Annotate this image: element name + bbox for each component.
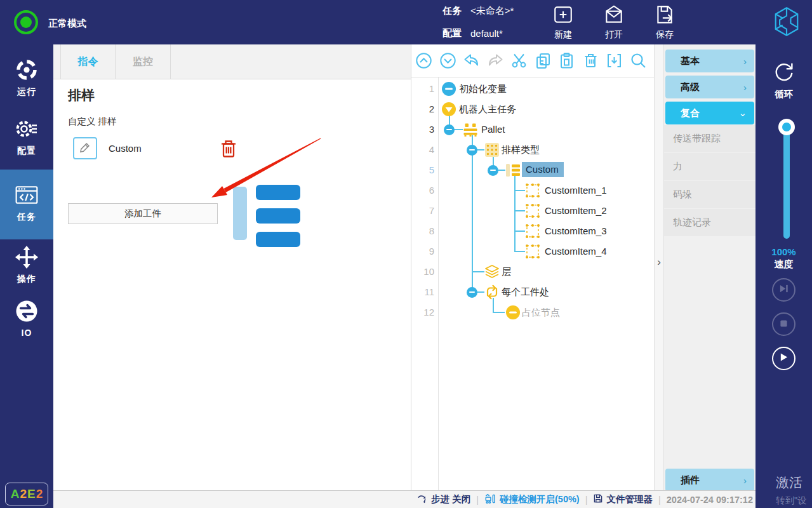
collision-detection-status[interactable]: 碰撞检测开启(50%) — [484, 493, 580, 506]
tree-row-number: 6 — [411, 185, 434, 196]
sidebar-item-label: 任务 — [17, 211, 36, 223]
pallet-pattern-graphic — [233, 185, 355, 288]
sidebar-item-label: 配置 — [17, 145, 36, 157]
tree-node-6[interactable]: CustomItem_1 — [545, 185, 607, 196]
pattern-type-icon — [484, 142, 500, 158]
watermark-line1: 激活 — [776, 474, 812, 491]
move-up-icon[interactable] — [415, 52, 432, 69]
insert-icon[interactable] — [606, 52, 623, 69]
topbar-action-新建[interactable]: 新建 — [552, 4, 574, 41]
page-subtitle: 自定义 排样 — [68, 116, 117, 128]
category-label: 高级 — [681, 81, 700, 93]
file-manager-button[interactable]: 文件管理器 — [593, 493, 653, 505]
tree-connector — [514, 210, 525, 211]
save-icon — [654, 4, 676, 28]
separator: | — [585, 495, 588, 505]
copy-icon[interactable] — [535, 52, 552, 69]
collapse-toggle[interactable] — [467, 287, 477, 298]
status-bar: 步进 关闭 | 碰撞检测开启(50%) | 文件管理器 | 2024-07-2 — [53, 490, 755, 508]
speed-percent: 100% — [755, 246, 812, 257]
tree-node-10[interactable]: 层 — [502, 266, 511, 278]
badge-char: 2 — [20, 487, 27, 501]
delete-pattern-button[interactable] — [219, 138, 238, 160]
speed-slider-handle[interactable] — [778, 119, 795, 135]
topbar-action-保存[interactable]: 保存 — [654, 4, 676, 41]
main-task-icon — [441, 101, 457, 117]
tree-node-3[interactable]: Pallet — [481, 124, 505, 135]
add-workpiece-button[interactable]: 添加工件 — [68, 203, 218, 224]
custom-item-icon — [524, 223, 541, 239]
robot-badge[interactable]: A2E2 — [5, 483, 48, 505]
run-icon — [14, 57, 39, 83]
badge-char: 2 — [36, 487, 43, 501]
tree-node-8[interactable]: CustomItem_3 — [545, 225, 607, 236]
rename-pattern-button[interactable] — [73, 137, 97, 159]
sidebar-item-task[interactable]: 任务 — [0, 170, 53, 239]
topbar-action-打开[interactable]: 打开 — [603, 4, 625, 41]
custom-item-icon — [524, 203, 541, 219]
tree-node-9[interactable]: CustomItem_4 — [545, 246, 607, 257]
custom-item-icon — [524, 243, 541, 260]
topbar-action-label: 新建 — [554, 29, 572, 41]
tree-row-number: 11 — [411, 286, 434, 297]
io-icon — [14, 298, 39, 324]
tree-row-number: 3 — [411, 124, 434, 135]
tree-node-11[interactable]: 每个工件处 — [502, 286, 549, 298]
collision-icon — [484, 493, 496, 506]
tab-instruction[interactable]: 指令 — [60, 44, 116, 79]
collapse-toggle[interactable] — [467, 145, 477, 156]
category-advanced[interactable]: 高级› — [665, 76, 754, 98]
separator: | — [658, 495, 661, 505]
cut-icon[interactable] — [510, 52, 528, 69]
tree-row-number: 1 — [411, 83, 434, 94]
tree-node-1[interactable]: 初始化变量 — [459, 83, 507, 95]
tree-row-number: 5 — [411, 164, 434, 175]
move-down-icon[interactable] — [439, 52, 456, 69]
sidebar-item-config[interactable]: 配置 — [0, 116, 53, 157]
cycle-icon — [772, 60, 796, 86]
move-icon — [14, 244, 39, 270]
task-config-info: 任务 <未命名>* 配置 default* — [443, 0, 514, 44]
gutter-divider — [438, 77, 439, 490]
command-item-3[interactable]: 码垛 — [664, 181, 755, 208]
chevron-right-icon: › — [743, 82, 747, 93]
sidebar-item-run[interactable]: 运行 — [0, 57, 53, 98]
expand-panel-button[interactable]: › — [654, 254, 664, 271]
loop-mode[interactable]: 循环 — [755, 60, 812, 100]
collapse-toggle[interactable] — [444, 124, 455, 135]
step-mode-status[interactable]: 步进 关闭 — [417, 493, 470, 506]
play-button[interactable] — [772, 347, 795, 370]
tree-row-number: 8 — [411, 225, 434, 236]
command-item-1[interactable]: 传送带跟踪 — [664, 125, 755, 152]
undo-icon[interactable] — [463, 52, 480, 69]
stop-icon — [780, 319, 788, 330]
search-icon[interactable] — [630, 52, 647, 69]
category-composite[interactable]: 复合⌄ — [665, 102, 754, 124]
step-forward-button[interactable] — [772, 278, 795, 302]
delete-icon[interactable] — [582, 52, 599, 69]
command-item-2[interactable]: 力 — [664, 153, 755, 180]
category-label: 插件 — [681, 474, 700, 486]
tree-node-7[interactable]: CustomItem_2 — [545, 205, 607, 216]
tree-row-number: 4 — [411, 144, 434, 155]
category-basic[interactable]: 基本› — [665, 50, 754, 72]
speed-slider-track[interactable] — [783, 123, 790, 239]
tree-node-4[interactable]: 排样类型 — [502, 144, 540, 156]
paste-icon[interactable] — [558, 52, 575, 69]
sidebar-item-operate[interactable]: 操作 — [0, 244, 53, 285]
tree-node-2[interactable]: 机器人主任务 — [459, 104, 516, 116]
datetime-display: 2024-07-24 09:17:12 — [667, 495, 753, 505]
stop-button[interactable] — [772, 312, 795, 336]
tree-connector — [514, 190, 525, 191]
tree-node-5[interactable]: Custom — [522, 162, 564, 177]
tab-monitor[interactable]: 监控 — [116, 44, 171, 79]
separator: | — [476, 495, 479, 505]
config-icon — [14, 116, 39, 142]
sidebar-item-io[interactable]: IO — [0, 298, 53, 338]
command-item-4[interactable]: 轨迹记录 — [664, 209, 755, 236]
category-plugin[interactable]: 插件› — [665, 469, 754, 491]
tree-node-12[interactable]: 占位节点 — [522, 307, 560, 319]
speed-readout: 100% 速度 — [755, 246, 812, 271]
mode-indicator-icon — [14, 10, 38, 34]
collapse-toggle[interactable] — [488, 165, 498, 176]
